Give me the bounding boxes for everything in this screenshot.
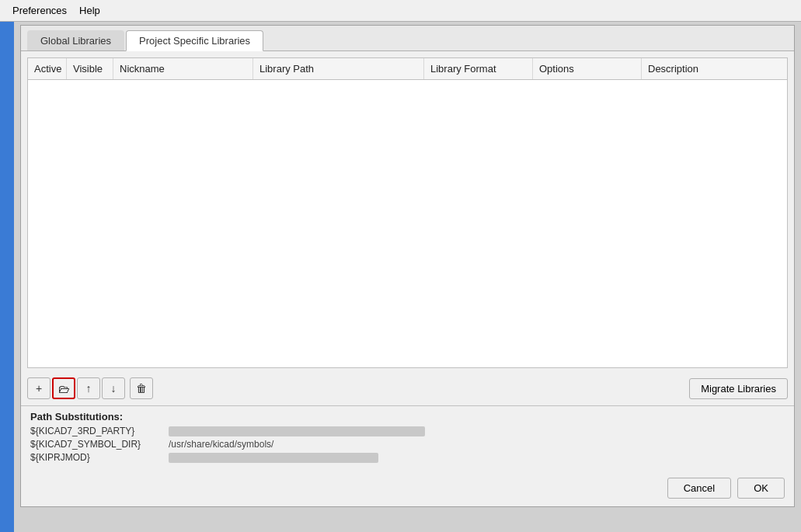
up-arrow-icon: ↑ — [86, 382, 92, 395]
path-value-symboldir: /usr/share/kicad/symbols/ — [169, 439, 273, 450]
table-header: Active Visible Nickname Library Path Lib… — [28, 58, 787, 80]
menu-preferences[interactable]: Preferences — [6, 3, 73, 18]
tab-global-libraries[interactable]: Global Libraries — [27, 30, 124, 50]
path-key-kiprjmod: ${KIPRJMOD} — [30, 452, 162, 463]
path-value-3rdparty-blurred — [169, 426, 425, 436]
dialog-footer: Cancel OK — [21, 473, 794, 506]
col-library-format: Library Format — [424, 58, 533, 79]
library-toolbar: + 🗁 ↑ ↓ 🗑 Migrate Libraries — [21, 374, 794, 405]
path-row-symboldir: ${KICAD7_SYMBOL_DIR} /usr/share/kicad/sy… — [30, 439, 785, 450]
menu-bar: Preferences Help — [0, 0, 801, 22]
cancel-button[interactable]: Cancel — [667, 478, 731, 499]
folder-icon: 🗁 — [58, 382, 70, 395]
col-visible: Visible — [67, 58, 113, 79]
tab-bar: Global Libraries Project Specific Librar… — [21, 26, 794, 51]
path-row-3rdparty: ${KICAD7_3RD_PARTY} — [30, 426, 785, 436]
path-substitutions: Path Substitutions: ${KICAD7_3RD_PARTY} … — [21, 405, 794, 473]
move-up-button[interactable]: ↑ — [77, 377, 100, 399]
ok-button[interactable]: OK — [737, 478, 785, 499]
library-table[interactable]: Active Visible Nickname Library Path Lib… — [27, 57, 788, 368]
trash-icon: 🗑 — [136, 382, 147, 395]
col-description: Description — [642, 58, 787, 79]
path-row-kiprjmod: ${KIPRJMOD} — [30, 452, 785, 463]
delete-library-button[interactable]: 🗑 — [130, 377, 153, 399]
browse-library-button[interactable]: 🗁 — [52, 377, 75, 399]
migrate-libraries-button[interactable]: Migrate Libraries — [689, 378, 788, 399]
dialog: Global Libraries Project Specific Librar… — [20, 25, 795, 507]
col-library-path: Library Path — [253, 58, 424, 79]
tab-project-libraries[interactable]: Project Specific Libraries — [126, 30, 263, 51]
col-active: Active — [28, 58, 67, 79]
path-key-symboldir: ${KICAD7_SYMBOL_DIR} — [30, 439, 162, 450]
path-key-3rdparty: ${KICAD7_3RD_PARTY} — [30, 426, 162, 436]
down-arrow-icon: ↓ — [111, 382, 117, 395]
add-library-button[interactable]: + — [27, 377, 50, 399]
col-nickname: Nickname — [113, 58, 253, 79]
path-value-kiprjmod-blurred — [169, 453, 378, 463]
col-options: Options — [533, 58, 642, 79]
add-icon: + — [36, 382, 42, 395]
left-panel-accent — [0, 22, 14, 532]
menu-help[interactable]: Help — [73, 3, 106, 18]
move-down-button[interactable]: ↓ — [102, 377, 125, 399]
path-substitutions-title: Path Substitutions: — [30, 411, 785, 422]
